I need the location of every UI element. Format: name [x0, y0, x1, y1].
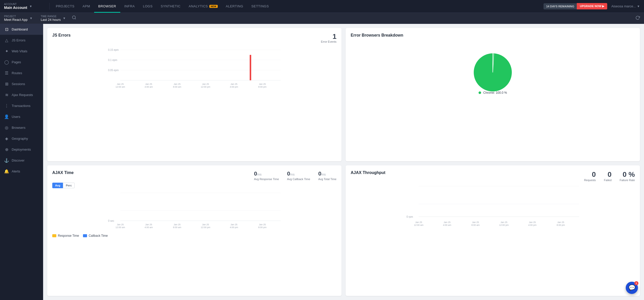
callback-time-legend-item: Callback Time — [83, 234, 108, 238]
sidebar-item-browsers-label: Browsers — [12, 126, 25, 130]
svg-text:0 sec: 0 sec — [108, 219, 114, 222]
sidebar-item-users[interactable]: 👤 Users — [0, 111, 43, 122]
account-name: Main Account — [4, 6, 27, 10]
users-icon: 👤 — [4, 114, 9, 119]
sidebar: ⊡ Dashboard △ JS Errors ✦ Web Vitals ◯ P… — [0, 24, 43, 300]
ajax-time-chart: 0 sec Jan 25 12:00 am Jan 25 4:00 am Jan… — [52, 190, 336, 231]
nav-item-infra[interactable]: INFRA — [120, 0, 139, 13]
svg-text:8:00 pm: 8:00 pm — [557, 224, 565, 226]
sidebar-item-js-errors[interactable]: △ JS Errors — [0, 35, 43, 46]
failed-label: Failed — [604, 179, 612, 182]
nav-items: PROJECTS APM BROWSER INFRA LOGS SYNTHETI… — [50, 0, 544, 13]
nav-item-synthetic[interactable]: SYNTHETIC — [157, 0, 184, 13]
ajax-throughput-chart: 0 rpm Jan 25 12:00 am Jan 25 4:00 am Jan… — [351, 184, 635, 234]
avg-response-stat: 0ms Avg Response Time — [254, 170, 279, 181]
nav-item-settings[interactable]: SETTINGS — [247, 0, 273, 13]
avg-callback-stat: 0ms Avg Callback Time — [287, 170, 310, 181]
error-browsers-header: Error Browsers Breakdown — [351, 33, 635, 38]
js-errors-stat: 1 Error Events — [321, 33, 336, 43]
nav-item-analytics[interactable]: ANALYTICS NEW — [184, 0, 222, 13]
js-errors-card-header: JS Errors 1 Error Events — [52, 33, 336, 43]
avg-response-label: Avg Response Time — [254, 178, 279, 181]
svg-text:Jan 25: Jan 25 — [500, 221, 507, 224]
svg-text:12:00 am: 12:00 am — [414, 224, 423, 226]
account-section[interactable]: Account Main Account ▼ — [4, 3, 50, 10]
callback-time-color — [83, 234, 87, 237]
sidebar-item-routes-label: Routes — [12, 71, 22, 75]
sidebar-item-dashboard[interactable]: ⊡ Dashboard — [0, 24, 43, 35]
sidebar-item-discover-label: Discover — [12, 159, 25, 162]
ajax-time-toggle: Avg Perc — [52, 183, 336, 188]
search-button[interactable] — [72, 15, 76, 21]
sidebar-item-deployments[interactable]: ⊕ Deployments — [0, 144, 43, 155]
upgrade-button[interactable]: 14 DAYS REMAINING UPGRADE NOW ▶ — [544, 3, 607, 9]
requests-value: 0 — [584, 170, 596, 179]
avg-toggle-button[interactable]: Avg — [52, 183, 63, 188]
user-chevron-icon: ▼ — [637, 5, 640, 8]
dashboard-icon: ⊡ — [4, 27, 9, 32]
failed-stat: 0 Failed — [604, 170, 612, 182]
nav-item-projects[interactable]: PROJECTS — [52, 0, 78, 13]
ajax-throughput-title: AJAX Throughput — [351, 170, 385, 175]
discover-icon: ⚓ — [4, 158, 9, 163]
svg-text:Jan 25: Jan 25 — [117, 223, 124, 226]
svg-text:Jan 25: Jan 25 — [174, 83, 180, 85]
js-errors-card: JS Errors 1 Error Events 0.15 epm 0.1 ep… — [47, 28, 342, 161]
days-remaining-label: 14 DAYS REMAINING — [544, 3, 577, 9]
alerts-icon: 🔔 — [4, 169, 9, 174]
sidebar-item-js-errors-label: JS Errors — [12, 38, 25, 42]
svg-text:12:00 pm: 12:00 pm — [201, 86, 210, 88]
svg-rect-8 — [250, 55, 251, 80]
user-menu[interactable]: Aiseosa marce... ▼ — [611, 4, 640, 8]
sidebar-item-transactions[interactable]: ⋮ Transactions — [0, 100, 43, 111]
nav-item-apm[interactable]: APM — [78, 0, 94, 13]
svg-text:0 rpm: 0 rpm — [406, 215, 413, 218]
error-browsers-card: Error Browsers Breakdown Chrome: 100.0 % — [346, 28, 640, 161]
error-browsers-chart: Chrome: 100.0 % — [351, 42, 635, 103]
sidebar-item-browsers[interactable]: ◎ Browsers — [0, 122, 43, 133]
response-time-color — [52, 234, 56, 237]
project-section[interactable]: PROJECT Meet React App ▼ — [4, 15, 32, 22]
svg-text:Jan 25: Jan 25 — [230, 223, 237, 226]
js-errors-label: Error Events — [321, 40, 336, 43]
browsers-icon: ◎ — [4, 125, 9, 130]
refresh-button[interactable] — [635, 15, 640, 21]
ajax-requests-icon: ≋ — [4, 92, 9, 97]
ajax-time-title: AJAX Time — [52, 170, 74, 175]
failure-rate-value: 0 % — [620, 170, 635, 179]
sidebar-item-sessions-label: Sessions — [12, 82, 25, 86]
sidebar-item-geography[interactable]: ◈ Geography — [0, 133, 43, 144]
sidebar-item-transactions-label: Transactions — [12, 104, 30, 108]
time-range-section[interactable]: TIME RANGE Last 24 hours ▼ — [41, 15, 66, 22]
ajax-throughput-card: AJAX Throughput 0 Requests 0 Failed 0 % … — [346, 165, 640, 296]
svg-text:12:00 pm: 12:00 pm — [499, 224, 509, 226]
perc-toggle-button[interactable]: Perc — [63, 183, 75, 188]
sidebar-item-web-vitals-label: Web Vitals — [12, 49, 27, 53]
ajax-time-card: AJAX Time 0ms Avg Response Time 0ms Avg … — [47, 165, 342, 296]
failed-value: 0 — [604, 170, 612, 179]
ajax-time-stats: 0ms Avg Response Time 0ms Avg Callback T… — [254, 170, 336, 181]
failure-rate-stat: 0 % Failure Rate — [620, 170, 635, 182]
svg-text:Jan 25: Jan 25 — [117, 83, 124, 85]
ajax-time-legend: Response Time Callback Time — [52, 234, 336, 238]
upgrade-now-button[interactable]: UPGRADE NOW ▶ — [577, 3, 607, 9]
svg-text:4:00 pm: 4:00 pm — [230, 226, 238, 229]
nav-item-alerting[interactable]: ALERTING — [222, 0, 247, 13]
sidebar-item-ajax-requests[interactable]: ≋ Ajax Requests — [0, 89, 43, 100]
nav-item-logs[interactable]: LOGS — [139, 0, 157, 13]
sidebar-item-routes[interactable]: ☰ Routes — [0, 68, 43, 78]
nav-right: 14 DAYS REMAINING UPGRADE NOW ▶ Aiseosa … — [544, 3, 640, 9]
sidebar-item-deployments-label: Deployments — [12, 148, 31, 151]
svg-text:8:00 am: 8:00 am — [173, 226, 181, 229]
sidebar-item-pages[interactable]: ◯ Pages — [0, 57, 43, 68]
sidebar-item-alerts[interactable]: 🔔 Alerts — [0, 166, 43, 177]
deployments-icon: ⊕ — [4, 147, 9, 152]
chat-bubble-button[interactable]: 💬 1 — [626, 282, 638, 294]
sidebar-item-web-vitals[interactable]: ✦ Web Vitals — [0, 46, 43, 57]
nav-item-browser[interactable]: BROWSER — [94, 0, 120, 13]
sidebar-item-discover[interactable]: ⚓ Discover — [0, 155, 43, 166]
avg-total-label: Avg Total Time — [318, 178, 336, 181]
sessions-icon: ⊞ — [4, 82, 9, 86]
svg-text:Jan 25: Jan 25 — [202, 223, 209, 226]
sidebar-item-sessions[interactable]: ⊞ Sessions — [0, 78, 43, 89]
